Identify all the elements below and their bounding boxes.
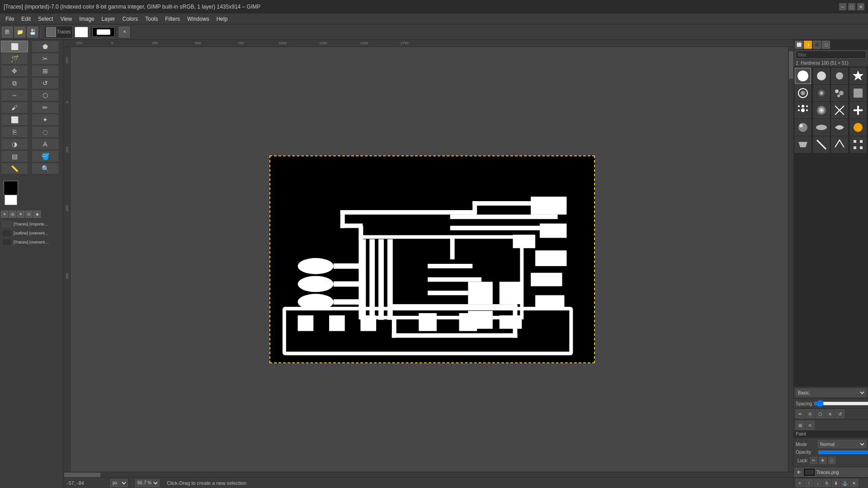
tool-erase[interactable]: ⬜ — [1, 114, 28, 126]
scrollbar-thumb-h[interactable] — [64, 473, 100, 477]
layer-merge-btn[interactable]: ⬇ — [832, 479, 840, 487]
right-tab-1[interactable]: ⬜ — [795, 41, 803, 49]
tool-text[interactable]: A — [32, 138, 59, 150]
tool-align[interactable]: ⊞ — [32, 65, 59, 77]
menu-file[interactable]: File — [2, 15, 18, 23]
brush-item-11[interactable] — [831, 102, 848, 118]
brush-item-8[interactable] — [850, 85, 866, 101]
tool-dodge[interactable]: ◑ — [1, 138, 28, 150]
maximize-button[interactable]: □ — [848, 3, 855, 10]
canvas-viewport[interactable] — [71, 47, 793, 472]
unit-dropdown[interactable]: px % mm — [110, 479, 128, 487]
tool-clone[interactable]: ⎘ — [1, 126, 28, 138]
brush-item-10[interactable] — [813, 102, 830, 118]
brush-item-14[interactable] — [813, 119, 830, 136]
scrollbar-thumb-v[interactable] — [789, 52, 793, 79]
layer-raise-btn[interactable]: ↑ — [805, 479, 813, 487]
layer-item-1[interactable]: [outline] (overwritten)- — [1, 229, 62, 238]
layer-tab-channels[interactable]: ◎ — [9, 211, 16, 218]
tool-fuzzy-select[interactable]: 🪄 — [1, 53, 28, 65]
lock-all-btn[interactable]: ⬡ — [828, 457, 835, 464]
right-tab-2[interactable]: ◑ — [804, 41, 812, 49]
layer-tab-paths[interactable]: ✶ — [17, 211, 24, 218]
menu-filters[interactable]: Filters — [161, 15, 184, 23]
layer-anchor-btn[interactable]: ⚓ — [841, 479, 849, 487]
brush-duplicate-btn[interactable]: ⎘ — [806, 409, 815, 418]
brush-item-19[interactable] — [850, 136, 866, 153]
layer-delete-btn[interactable]: ✕ — [850, 479, 858, 487]
tool-perspective[interactable]: ⬡ — [32, 89, 59, 101]
brush-filter-input[interactable] — [796, 51, 866, 59]
tool-pencil[interactable]: ✏ — [32, 102, 59, 113]
mode-select[interactable]: Normal — [818, 440, 866, 448]
layer-eye-traces[interactable]: 👁 — [796, 469, 802, 475]
toolbar-open-button[interactable]: 📁 — [14, 27, 25, 38]
layer-tab-layers[interactable]: ≡ — [1, 211, 8, 218]
tool-paint[interactable]: 🖌 — [1, 102, 28, 113]
lock-alpha-btn[interactable]: ✏ — [810, 457, 817, 464]
brush-item-12[interactable] — [850, 102, 866, 118]
menu-help[interactable]: Help — [213, 15, 231, 23]
tool-crop[interactable]: ⧉ — [1, 77, 28, 89]
menu-view[interactable]: View — [57, 15, 75, 23]
brush-new-btn[interactable]: ⬡ — [816, 409, 825, 418]
layer-new-btn[interactable]: + — [796, 479, 804, 487]
menu-tools[interactable]: Tools — [142, 15, 161, 23]
toolbar-new-button[interactable]: 🖹 — [2, 27, 13, 38]
foreground-color-swatch[interactable] — [4, 181, 18, 195]
menu-colors[interactable]: Colors — [119, 15, 142, 23]
brush-refresh-btn[interactable]: ↺ — [835, 409, 844, 418]
brush-item-7[interactable] — [831, 85, 848, 101]
menu-image[interactable]: Image — [75, 15, 98, 23]
brush-item-hardness100[interactable] — [795, 68, 811, 84]
tool-heal[interactable]: ✦ — [32, 114, 59, 126]
menu-edit[interactable]: Edit — [18, 15, 34, 23]
tool-transform[interactable]: ↺ — [32, 77, 59, 89]
tool-zoom[interactable]: 🔍 — [32, 163, 59, 174]
tool-flip[interactable]: ↔ — [1, 89, 28, 101]
tool-free-select[interactable]: ⬟ — [32, 41, 59, 52]
brush-item-5[interactable] — [795, 85, 811, 101]
close-button[interactable]: ✕ — [857, 3, 864, 10]
brush-item-2[interactable] — [813, 68, 830, 84]
right-tab-3[interactable]: ⬛ — [813, 41, 821, 49]
brush-item-star[interactable] — [850, 68, 866, 84]
layer-tab-history[interactable]: ⊙ — [25, 211, 33, 218]
tool-scissors[interactable]: ✂ — [32, 53, 59, 65]
tool-fill[interactable]: 🪣 — [32, 150, 59, 162]
menu-windows[interactable]: Windows — [184, 15, 213, 23]
layer-tab-extra[interactable]: ◈ — [33, 211, 41, 218]
toolbar-save-button[interactable]: 💾 — [27, 27, 38, 38]
tool-gradient[interactable]: ▤ — [1, 150, 28, 162]
brush-edit-btn[interactable]: ✏ — [796, 409, 805, 418]
tool-move[interactable]: ✥ — [1, 65, 28, 77]
view-grid-btn[interactable]: ⊞ — [796, 421, 805, 430]
opacity-slider[interactable] — [818, 450, 868, 455]
right-tab-4[interactable]: ◻ — [822, 41, 830, 49]
brush-item-16[interactable] — [795, 136, 811, 153]
layer-duplicate-btn[interactable]: ⎘ — [823, 479, 831, 487]
spacing-slider[interactable] — [814, 401, 868, 406]
unit-selector[interactable]: px % mm — [110, 479, 128, 487]
horizontal-scrollbar[interactable] — [63, 472, 793, 477]
brush-item-6[interactable] — [813, 85, 830, 101]
layer-item-0[interactable]: [Traces] (imported)-7 — [1, 220, 62, 229]
layer-row-traces[interactable]: 👁 Traces.png — [794, 467, 868, 478]
toolbar-extra-button[interactable]: ✕ — [119, 27, 130, 38]
brush-item-9[interactable] — [795, 102, 811, 118]
brush-item-17[interactable] — [813, 136, 830, 153]
tool-blur[interactable]: ◌ — [32, 126, 59, 138]
brush-item-18[interactable] — [831, 136, 848, 153]
minimize-button[interactable]: ─ — [839, 3, 846, 10]
tool-rect-select[interactable]: ⬜ — [1, 41, 28, 52]
zoom-dropdown[interactable]: 66.7 % 100 % 50 % — [135, 479, 160, 487]
brush-delete-btn[interactable]: ✕ — [826, 409, 835, 418]
menu-select[interactable]: Select — [34, 15, 57, 23]
layer-item-2[interactable]: [Traces] (overwritten)- — [1, 238, 62, 247]
vertical-scrollbar[interactable] — [788, 47, 793, 472]
brush-item-gold[interactable] — [850, 119, 866, 136]
brush-category-select[interactable]: Basic, — [796, 389, 866, 397]
window-controls[interactable]: ─ □ ✕ — [839, 3, 864, 10]
canvas-image[interactable] — [269, 155, 595, 363]
brush-item-3[interactable] — [831, 68, 848, 84]
